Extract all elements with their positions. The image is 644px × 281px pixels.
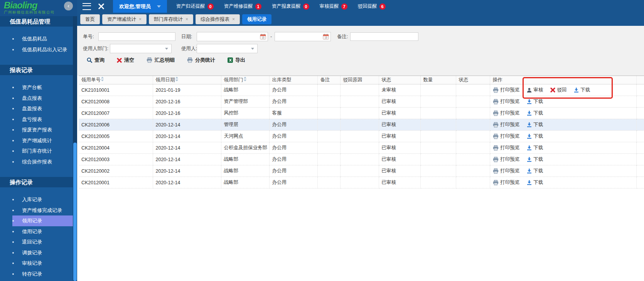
column-header-10 <box>636 76 644 84</box>
tab-close-icon[interactable]: × <box>139 17 142 22</box>
cell-remark <box>317 96 340 108</box>
tab-1[interactable]: 资产增减统计× <box>102 14 147 24</box>
sidebar-item-0-1[interactable]: 低值易耗品出入记录 <box>12 44 73 55</box>
sidebar-item-1-2[interactable]: 盘盈报表 <box>12 103 73 114</box>
cell-reject-reason <box>340 154 379 165</box>
action-audit[interactable]: 审核 <box>527 87 543 93</box>
tab-3[interactable]: 综合操作报表× <box>196 14 240 24</box>
column-label: 领用部门 <box>224 77 243 82</box>
user-select[interactable] <box>197 44 258 53</box>
sidebar-item-2-7[interactable]: 转存记录 <box>12 269 73 279</box>
column-header-3: 出库类型 <box>269 76 317 84</box>
sidebar-scrollbar[interactable] <box>73 16 77 281</box>
column-header-2[interactable]: 领用部门 <box>221 76 269 84</box>
remark-input[interactable] <box>350 32 418 41</box>
user-menu-button[interactable]: 欢迎您,管理员 <box>113 0 167 13</box>
tab-4[interactable]: 领用记录 <box>242 14 271 24</box>
action-reject[interactable]: 驳回 <box>550 87 567 93</box>
sidebar-item-2-3[interactable]: 借用记录 <box>12 226 73 237</box>
sidebar-scrollbar-thumb[interactable] <box>73 143 77 281</box>
action-download[interactable]: 下载 <box>527 121 543 128</box>
cell-actions: 打印预览下载 <box>490 96 636 108</box>
action-print[interactable]: 打印预览 <box>493 98 520 105</box>
cell-order-no: CK20120007 <box>79 108 153 119</box>
action-download[interactable]: 下载 <box>527 98 543 105</box>
table-row: CK201200012020-12-14战略部办公用已审核打印预览下载 <box>79 177 644 188</box>
sidebar-item-2-2[interactable]: 领用记录 <box>12 215 73 226</box>
toolbar-button-4[interactable]: 导出 <box>228 57 245 64</box>
notification-label: 资产报废提醒 <box>272 3 301 10</box>
sidebar-item-2-4[interactable]: 退回记录 <box>12 237 73 247</box>
action-download[interactable]: 下载 <box>527 179 543 186</box>
cell-dept: 风控部 <box>221 108 269 119</box>
tab-2[interactable]: 部门库存统计× <box>149 14 193 24</box>
sidebar-item-2-8[interactable]: 维修记录 <box>12 279 73 281</box>
action-download[interactable]: 下载 <box>527 156 543 163</box>
toolbar-button-2[interactable]: 汇总明细 <box>147 57 175 64</box>
action-download[interactable]: 下载 <box>527 133 543 140</box>
action-download[interactable]: 下载 <box>527 110 543 116</box>
toolbar-button-0[interactable]: 查询 <box>87 57 105 64</box>
excel-icon <box>228 57 233 63</box>
notification-badge: 7 <box>341 3 347 10</box>
notification-item-1[interactable]: 资产维修提醒1 <box>224 3 261 10</box>
date-from-input[interactable]: 15 <box>197 32 268 41</box>
action-print[interactable]: 打印预览 <box>493 121 520 128</box>
sidebar-section-0: 低值易耗品管理低值易耗品低值易耗品出入记录 <box>0 16 73 55</box>
tab-close-icon[interactable]: × <box>185 17 188 22</box>
calendar-icon[interactable]: 15 <box>260 34 266 40</box>
close-icon[interactable] <box>98 3 105 10</box>
cell-spacer <box>636 177 644 188</box>
sidebar-item-1-6[interactable]: 部门库存统计 <box>12 146 73 156</box>
notification-item-4[interactable]: 驳回提醒6 <box>358 3 386 10</box>
action-download[interactable]: 下载 <box>527 168 543 174</box>
action-print[interactable]: 打印预览 <box>493 133 520 140</box>
action-print[interactable]: 打印预览 <box>493 87 520 93</box>
toolbar-button-1[interactable]: 清空 <box>117 57 134 64</box>
sidebar-item-1-5[interactable]: 资产增减统计 <box>12 135 73 146</box>
user-dept-select[interactable] <box>110 44 172 53</box>
action-print[interactable]: 打印预览 <box>493 156 520 163</box>
menu-icon[interactable] <box>83 3 91 10</box>
cell-date: 2020-12-14 <box>153 177 221 188</box>
notification-item-0[interactable]: 资产归还提醒0 <box>176 3 214 10</box>
sidebar-item-2-0[interactable]: 入库记录 <box>12 194 73 205</box>
toolbar-button-3[interactable]: 分类统计 <box>187 57 215 64</box>
action-print[interactable]: 打印预览 <box>493 168 520 174</box>
column-header-0[interactable]: 领用单号 <box>79 76 153 84</box>
order-no-input[interactable] <box>98 32 175 41</box>
toolbar-button-label: 清空 <box>124 57 134 64</box>
cell-dept: 资产管理部 <box>221 96 269 108</box>
column-header-6: 状态 <box>379 76 420 84</box>
date-to-input[interactable]: 15 <box>275 32 331 41</box>
sidebar-item-1-3[interactable]: 盘亏报表 <box>12 114 73 125</box>
printer-icon <box>493 99 499 104</box>
svg-text:15: 15 <box>324 36 327 39</box>
sidebar-item-2-5[interactable]: 调拨记录 <box>12 247 73 258</box>
action-print[interactable]: 打印预览 <box>493 110 520 116</box>
action-print[interactable]: 打印预览 <box>493 145 520 151</box>
cell-status: 已审核 <box>379 165 420 177</box>
collapse-sidebar-button[interactable]: ‹ <box>64 2 73 10</box>
sidebar-item-1-7[interactable]: 综合操作报表 <box>12 156 73 167</box>
sidebar-item-1-0[interactable]: 资产台帐 <box>12 82 73 93</box>
notification-item-3[interactable]: 审核提醒7 <box>320 3 347 10</box>
cell-date: 2020-12-14 <box>153 165 221 177</box>
column-header-1[interactable]: 领用日期 <box>153 76 221 84</box>
action-download[interactable]: 下载 <box>527 145 543 151</box>
sidebar-item-1-1[interactable]: 盘点报表 <box>12 93 73 104</box>
sidebar-item-2-6[interactable]: 审核记录 <box>12 258 73 269</box>
column-label: 操作 <box>493 77 502 82</box>
tab-close-icon[interactable]: × <box>232 17 235 22</box>
action-print[interactable]: 打印预览 <box>493 179 520 186</box>
action-label: 打印预览 <box>501 133 520 140</box>
action-download[interactable]: 下载 <box>574 87 590 93</box>
tab-0[interactable]: 首页 <box>80 14 100 24</box>
sidebar-item-0-0[interactable]: 低值易耗品 <box>12 34 73 44</box>
sidebar-item-1-4[interactable]: 报废资产报表 <box>12 125 73 135</box>
action-label: 下载 <box>534 133 543 140</box>
sidebar-item-2-1[interactable]: 资产维修完成记录 <box>12 205 73 216</box>
notification-item-2[interactable]: 资产报废提醒0 <box>272 3 309 10</box>
calendar-icon[interactable]: 15 <box>323 34 329 40</box>
cell-status2 <box>456 119 490 131</box>
